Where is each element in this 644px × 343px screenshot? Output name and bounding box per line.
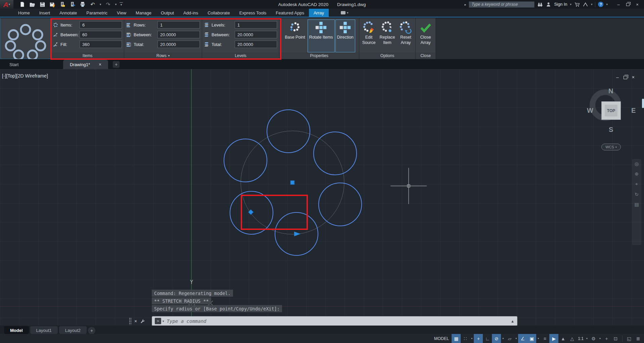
account-caret-icon[interactable]: ▾ — [591, 3, 593, 6]
object-snap-tracking-button[interactable]: ∠ — [518, 334, 527, 343]
polar-tracking-button[interactable]: ⊘ — [492, 334, 501, 343]
help-caret-icon[interactable]: ▾ — [606, 3, 608, 6]
command-expand-icon[interactable]: ▲ — [511, 319, 514, 323]
lineweight-button[interactable]: ≡ — [540, 334, 549, 343]
reset-array-button[interactable]: Reset Array — [397, 19, 414, 52]
workspace-caret-icon[interactable]: ▾ — [598, 334, 602, 343]
undo-caret-icon[interactable]: ▾ — [99, 3, 102, 6]
annotation-scale-caret-icon[interactable]: ▾ — [585, 334, 589, 343]
tab-annotate[interactable]: Annotate — [55, 9, 82, 17]
customization-button[interactable]: ≣ — [634, 334, 643, 343]
new-file-button[interactable] — [18, 1, 26, 8]
ortho-mode-button[interactable]: ∟ — [483, 334, 492, 343]
nav-wheel-icon[interactable]: ◎ — [635, 161, 639, 166]
3d-object-snap-button[interactable]: ▲ — [558, 334, 567, 343]
clean-screen-button[interactable]: ◱ — [625, 334, 634, 343]
file-tab-start[interactable]: Start — [3, 60, 53, 69]
redo-caret-icon[interactable]: ▾ — [114, 3, 118, 6]
viewcube-south[interactable]: S — [609, 126, 613, 134]
open-file-button[interactable] — [28, 1, 36, 8]
nav-orbit-icon[interactable]: ↻ — [635, 192, 639, 197]
scrollbar-thumb[interactable] — [642, 99, 644, 108]
restore-button[interactable] — [623, 1, 633, 8]
undo-button[interactable]: ↶ — [89, 1, 97, 8]
save-as-button[interactable] — [48, 1, 56, 8]
rows-total-field[interactable]: 20.0000 — [157, 41, 200, 48]
tab-featured-apps[interactable]: Featured Apps — [271, 9, 309, 17]
plot-button[interactable] — [79, 1, 87, 8]
annotation-monitor-button[interactable]: + — [602, 334, 611, 343]
object-snap-caret-icon[interactable]: ▾ — [536, 334, 540, 343]
replace-item-button[interactable]: Replace Item — [378, 19, 397, 52]
layout-tab-layout1[interactable]: Layout1 — [30, 326, 58, 335]
grid-display-button[interactable]: ▦ — [452, 334, 461, 343]
model-space-indicator[interactable]: MODEL — [431, 334, 452, 343]
items-between-field[interactable]: 60 — [80, 31, 122, 38]
rotate-items-button[interactable]: Rotate Items — [308, 19, 335, 52]
save-button[interactable] — [38, 1, 46, 8]
center-grip-square[interactable] — [290, 181, 294, 185]
base-point-button[interactable]: Base Point — [283, 19, 307, 52]
rows-panel-label[interactable]: Rows ▾ — [124, 52, 202, 59]
qat-customize-caret-icon[interactable]: ▾ — [120, 2, 123, 6]
file-tab-close-icon[interactable]: × — [99, 62, 101, 67]
close-array-button[interactable]: Close Array — [418, 19, 433, 46]
annotation-visibility-button[interactable]: △ — [567, 334, 577, 343]
layout-tab-model[interactable]: Model — [4, 326, 29, 335]
drawing-canvas[interactable]: [-][Top][2D Wireframe] – × — [0, 69, 644, 326]
items-count-field[interactable]: 6 — [80, 21, 122, 29]
ribbon-display-toggle[interactable]: ▾ — [341, 9, 349, 17]
sign-in-caret-icon[interactable]: ▾ — [570, 3, 571, 6]
sign-in-button[interactable] — [546, 1, 551, 8]
array-circle-top[interactable] — [267, 110, 310, 153]
direction-button[interactable]: Direction — [335, 19, 355, 52]
tab-output[interactable]: Output — [156, 9, 179, 17]
rows-count-field[interactable]: 1 — [157, 21, 200, 29]
tab-collaborate[interactable]: Collaborate — [203, 9, 235, 17]
dynamic-input-button[interactable]: + — [474, 334, 483, 343]
viewcube-north[interactable]: N — [608, 87, 613, 95]
search-collapse-icon[interactable]: ▸ — [464, 3, 466, 6]
new-drawing-tab-button[interactable]: + — [113, 61, 120, 68]
minimize-button[interactable]: – — [614, 1, 623, 8]
command-input[interactable] — [167, 318, 511, 324]
tab-array[interactable]: Array — [309, 9, 329, 17]
direction-grip-arrow[interactable] — [294, 232, 301, 236]
selection-cycling-button[interactable]: ▶ — [549, 334, 558, 343]
wcs-dropdown[interactable]: WCS ▾ — [601, 144, 621, 150]
levels-between-field[interactable]: 20.0000 — [235, 31, 277, 38]
command-bar-drag-handle[interactable] — [129, 317, 131, 325]
levels-total-field[interactable]: 20.0000 — [235, 41, 277, 48]
tab-home[interactable]: Home — [13, 9, 35, 17]
tab-manage[interactable]: Manage — [131, 9, 156, 17]
command-input-bar[interactable]: > ▾ ▲ — [152, 316, 517, 326]
nav-showmotion-icon[interactable]: ▤ — [634, 202, 639, 207]
array-circle-lower-right[interactable] — [319, 183, 362, 226]
polar-tracking-caret-icon[interactable]: ▾ — [501, 334, 505, 343]
tab-insert[interactable]: Insert — [35, 9, 55, 17]
items-fill-field[interactable]: 360 — [80, 41, 122, 48]
snap-mode-button[interactable]: ∷ — [461, 334, 470, 343]
customize-wrench-icon[interactable] — [140, 318, 145, 324]
recent-commands-caret-icon[interactable]: ▾ — [163, 320, 164, 323]
viewcube-west[interactable]: W — [587, 107, 593, 114]
isometric-drafting-caret-icon[interactable]: ▾ — [514, 334, 518, 343]
object-snap-button[interactable]: ▣ — [527, 334, 536, 343]
tab-add-ins[interactable]: Add-ins — [179, 9, 203, 17]
command-bar-close-icon[interactable]: × — [134, 318, 137, 324]
new-layout-button[interactable]: + — [88, 327, 95, 334]
snap-caret-icon[interactable]: ▾ — [470, 334, 474, 343]
redo-button[interactable]: ↷ — [104, 1, 112, 8]
array-circle-upper-left[interactable] — [224, 139, 267, 182]
nav-pan-icon[interactable]: ⊕ — [635, 171, 639, 177]
sign-in-label[interactable]: Sign In — [554, 2, 567, 7]
isometric-drafting-button[interactable]: ▱ — [505, 334, 514, 343]
layout-tab-layout2[interactable]: Layout2 — [59, 326, 87, 335]
viewcube-east[interactable]: E — [631, 107, 636, 114]
app-menu-button[interactable]: A ▾ — [0, 0, 13, 9]
tab-view[interactable]: View — [112, 9, 131, 17]
close-button[interactable]: × — [633, 1, 642, 8]
isolate-objects-button[interactable]: ⊡ — [611, 334, 620, 343]
help-search-input[interactable] — [469, 1, 535, 8]
workspace-switching-button[interactable]: ⚙ — [589, 334, 598, 343]
